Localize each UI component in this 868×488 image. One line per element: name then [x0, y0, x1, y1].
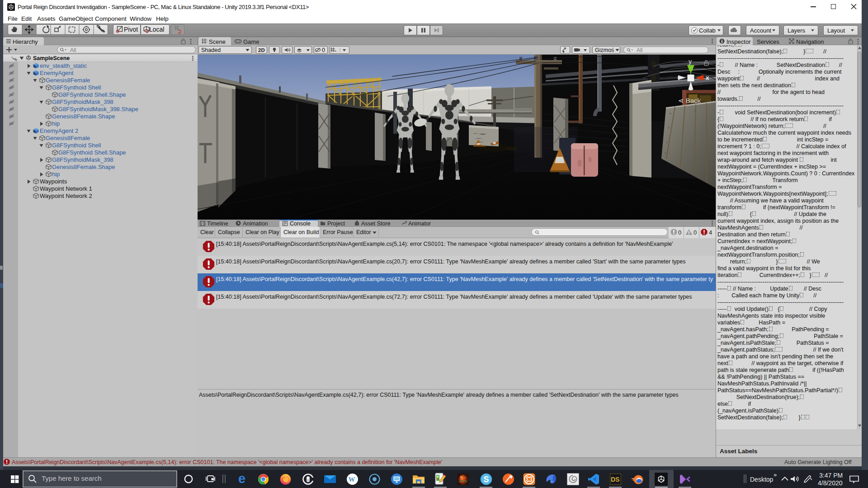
svg-text:DS: DS — [611, 476, 619, 483]
svg-text:0: 0 — [322, 47, 325, 53]
svg-text:Local: Local — [149, 26, 164, 33]
svg-text:Account: Account — [750, 27, 771, 34]
svg-text:⋖ Back: ⋖ Back — [678, 97, 701, 104]
svg-text:Layout: Layout — [827, 27, 845, 34]
svg-text:S: S — [484, 475, 489, 484]
svg-text:W: W — [349, 476, 355, 483]
svg-text:Collab: Collab — [699, 27, 716, 34]
svg-text:Pivot: Pivot — [124, 26, 138, 33]
svg-text:Layers: Layers — [788, 27, 806, 34]
